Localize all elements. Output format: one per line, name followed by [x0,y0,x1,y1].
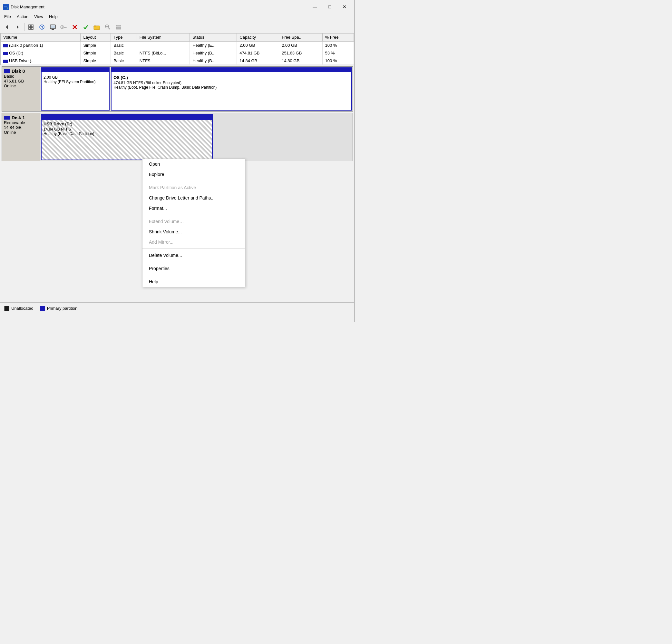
menu-file[interactable]: File [2,13,13,20]
svg-rect-6 [31,25,33,27]
ctx-separator [143,181,245,181]
restore-button[interactable]: □ [323,2,337,11]
svg-rect-5 [29,25,31,27]
vol-layout: Simple [81,57,111,65]
legend-primary: Primary partition [40,306,78,311]
disk0-status: Online [4,83,38,88]
toolbar-delete[interactable] [70,22,80,32]
ctx-item-format---[interactable]: Format... [143,203,245,213]
disk0-size: 476.81 GB [4,79,38,83]
ctx-item-mark-partition-as-active: Mark Partition as Active [143,182,245,193]
ctx-item-add-mirror---: Add Mirror... [143,237,245,247]
svg-point-1 [7,8,8,9]
primary-box [40,306,45,311]
minimize-button[interactable]: — [308,2,322,11]
svg-rect-7 [29,27,31,29]
efi-size: 2.00 GB [44,75,107,80]
svg-line-25 [108,28,110,29]
toolbar-help[interactable]: ? [37,22,47,32]
vol-fs: NTFS [137,57,190,65]
ctx-item-properties[interactable]: Properties [143,263,245,274]
vol-fs: NTFS (BitLo... [137,49,190,57]
ctx-item-open[interactable]: Open [143,159,245,169]
toolbar-display[interactable] [48,22,58,32]
table-row[interactable]: OS (C:) Simple Basic NTFS (BitLo... Heal… [1,49,354,57]
svg-rect-18 [64,27,65,28]
svg-rect-12 [51,25,55,28]
disk1-type: Removable [4,120,38,125]
table-row[interactable]: USB Drive (... Simple Basic NTFS Healthy… [1,57,354,65]
os-partition-name: OS (C:) [113,75,349,80]
toolbar-grid[interactable] [26,22,36,32]
ctx-separator [143,215,245,215]
ctx-item-help[interactable]: Help [143,276,245,287]
os-status: Healthy (Boot, Page File, Crash Dump, Ba… [113,85,349,90]
disk1-partitions: USB Drive (D:) 14.84 GB NTFS Healthy (Ba… [40,113,353,161]
titlebar: Disk Management — □ ✕ [0,0,354,12]
vol-name: USB Drive (... [1,57,81,65]
vol-type: Basic [111,49,137,57]
svg-point-15 [62,26,63,28]
menu-action[interactable]: Action [14,13,31,20]
toolbar-key[interactable] [59,22,69,32]
svg-rect-28 [116,27,121,28]
toolbar-check[interactable] [81,22,91,32]
usb-partition-name: USB Drive (D:) [44,121,210,126]
col-pctfree: % Free [322,34,353,41]
col-type: Type [111,34,137,41]
efi-status: Healthy (EFI System Partition) [44,80,107,84]
disk-management-window: Disk Management — □ ✕ File Action View H… [0,0,355,322]
col-layout: Layout [81,34,111,41]
vol-pct: 100 % [322,57,353,65]
vol-free: 2.00 GB [279,41,322,49]
disk1-label: Disk 1 Removable 14.84 GB Online [2,113,40,161]
toolbar-forward[interactable] [13,22,23,32]
menubar: File Action View Help [0,12,354,21]
col-status: Status [190,34,237,41]
legend-bar: Unallocated Primary partition [0,302,354,314]
vol-name: (Disk 0 partition 1) [1,41,81,49]
menu-help[interactable]: Help [46,13,60,20]
toolbar-folder[interactable] [92,22,102,32]
svg-marker-3 [6,25,8,29]
vol-type: Basic [111,57,137,65]
usb-size: 14.84 GB NTFS [44,127,210,131]
disk1-size: 14.84 GB [4,125,38,130]
vol-free: 251.63 GB [279,49,322,57]
svg-rect-2 [4,6,7,7]
ctx-item-delete-volume---[interactable]: Delete Volume... [143,250,245,260]
vol-capacity: 2.00 GB [237,41,279,49]
vol-pct: 100 % [322,41,353,49]
close-button[interactable]: ✕ [337,2,352,11]
toolbar-search[interactable] [103,22,113,32]
volume-table: Volume Layout Type File System Status Ca… [1,34,354,65]
svg-point-24 [105,25,109,28]
ctx-separator [143,262,245,262]
disk0-os-partition[interactable]: OS (C:) 474.81 GB NTFS (BitLocker Encryp… [111,67,352,110]
disk1-name: Disk 1 [12,115,25,120]
menu-view[interactable]: View [32,13,46,20]
vol-pct: 53 % [322,49,353,57]
ctx-item-explore[interactable]: Explore [143,169,245,180]
ctx-item-change-drive-letter-and-paths---[interactable]: Change Drive Letter and Paths... [143,193,245,203]
disk0-partitions: 2.00 GB Healthy (EFI System Partition) O… [40,67,353,111]
toolbar-back[interactable] [2,22,12,32]
ctx-item-shrink-volume---[interactable]: Shrink Volume... [143,227,245,237]
svg-marker-4 [17,25,19,29]
vol-type: Basic [111,41,137,49]
toolbar-list[interactable] [113,22,124,32]
primary-label: Primary partition [47,306,78,311]
toolbar: ? [0,21,354,33]
ctx-item-extend-volume-: Extend Volume… [143,216,245,227]
table-row[interactable]: (Disk 0 partition 1) Simple Basic Health… [1,41,354,49]
window-controls: — □ ✕ [308,2,352,11]
disk0-efi-partition[interactable]: 2.00 GB Healthy (EFI System Partition) [41,67,110,110]
vol-capacity: 474.81 GB [237,49,279,57]
disk1-status: Online [4,130,38,135]
disk1-usb-partition[interactable]: USB Drive (D:) 14.84 GB NTFS Healthy (Ba… [41,114,213,160]
legend-unallocated: Unallocated [4,306,34,311]
disk0-label: Disk 0 Basic 476.81 GB Online [2,67,40,111]
vol-capacity: 14.84 GB [237,57,279,65]
status-bar [0,314,354,322]
context-menu: OpenExploreMark Partition as ActiveChang… [142,158,245,287]
